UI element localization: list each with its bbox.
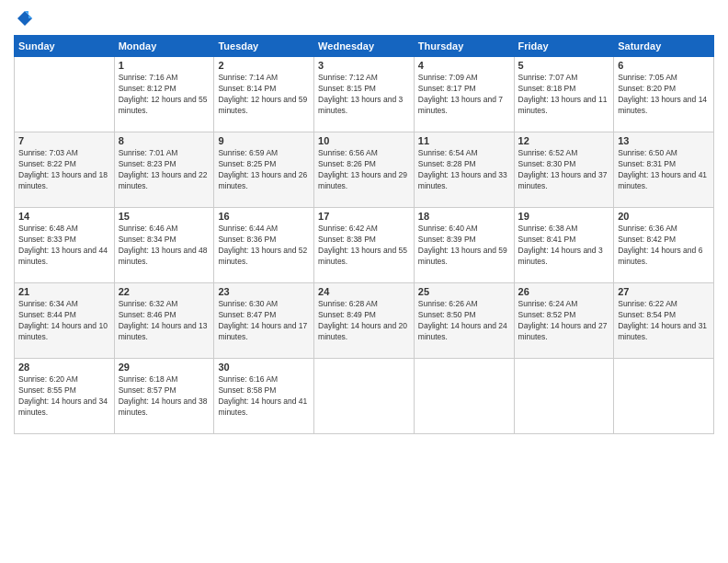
- week-row-1: 7Sunrise: 7:03 AMSunset: 8:22 PMDaylight…: [15, 132, 714, 208]
- calendar-cell: 19Sunrise: 6:38 AMSunset: 8:41 PMDayligh…: [514, 208, 614, 283]
- calendar-cell: 22Sunrise: 6:32 AMSunset: 8:46 PMDayligh…: [114, 283, 214, 359]
- day-info: Sunrise: 6:28 AMSunset: 8:49 PMDaylight:…: [318, 299, 407, 341]
- day-info: Sunrise: 6:24 AMSunset: 8:52 PMDaylight:…: [518, 299, 608, 341]
- calendar-cell: [614, 359, 714, 434]
- day-info: Sunrise: 6:38 AMSunset: 8:41 PMDaylight:…: [518, 224, 603, 266]
- day-info: Sunrise: 6:46 AMSunset: 8:34 PMDaylight:…: [119, 224, 208, 266]
- th-wednesday: Wednesday: [314, 36, 415, 57]
- calendar-cell: 6Sunrise: 7:05 AMSunset: 8:20 PMDaylight…: [614, 57, 714, 132]
- day-number: 15: [119, 211, 210, 222]
- day-number: 24: [318, 286, 410, 297]
- calendar-table: Sunday Monday Tuesday Wednesday Thursday…: [14, 35, 714, 434]
- day-number: 5: [518, 60, 610, 71]
- calendar-cell: 11Sunrise: 6:54 AMSunset: 8:28 PMDayligh…: [414, 132, 514, 208]
- day-number: 11: [418, 135, 510, 146]
- calendar-cell: 1Sunrise: 7:16 AMSunset: 8:12 PMDaylight…: [114, 57, 214, 132]
- week-row-0: 1Sunrise: 7:16 AMSunset: 8:12 PMDaylight…: [15, 57, 714, 132]
- day-number: 4: [418, 60, 510, 71]
- day-number: 22: [119, 286, 210, 297]
- day-info: Sunrise: 6:36 AMSunset: 8:42 PMDaylight:…: [618, 224, 702, 266]
- day-number: 1: [119, 60, 210, 71]
- calendar-cell: 4Sunrise: 7:09 AMSunset: 8:17 PMDaylight…: [414, 57, 514, 132]
- calendar-cell: 2Sunrise: 7:14 AMSunset: 8:14 PMDaylight…: [214, 57, 314, 132]
- week-row-3: 21Sunrise: 6:34 AMSunset: 8:44 PMDayligh…: [15, 283, 714, 359]
- day-info: Sunrise: 6:56 AMSunset: 8:26 PMDaylight:…: [318, 148, 407, 190]
- day-number: 6: [618, 60, 710, 71]
- day-info: Sunrise: 6:32 AMSunset: 8:46 PMDaylight:…: [119, 299, 208, 341]
- day-info: Sunrise: 7:01 AMSunset: 8:23 PMDaylight:…: [119, 148, 208, 190]
- calendar-cell: 17Sunrise: 6:42 AMSunset: 8:38 PMDayligh…: [314, 208, 415, 283]
- day-info: Sunrise: 6:50 AMSunset: 8:31 PMDaylight:…: [618, 148, 707, 190]
- calendar-cell: 13Sunrise: 6:50 AMSunset: 8:31 PMDayligh…: [614, 132, 714, 208]
- day-info: Sunrise: 6:44 AMSunset: 8:36 PMDaylight:…: [218, 224, 307, 266]
- th-thursday: Thursday: [414, 36, 514, 57]
- calendar-header: Sunday Monday Tuesday Wednesday Thursday…: [15, 36, 714, 57]
- day-info: Sunrise: 6:16 AMSunset: 8:58 PMDaylight:…: [218, 374, 307, 417]
- day-info: Sunrise: 6:48 AMSunset: 8:33 PMDaylight:…: [18, 224, 108, 266]
- day-number: 28: [18, 362, 110, 373]
- day-info: Sunrise: 6:34 AMSunset: 8:44 PMDaylight:…: [18, 299, 108, 341]
- day-number: 27: [618, 286, 710, 297]
- day-info: Sunrise: 7:07 AMSunset: 8:18 PMDaylight:…: [518, 73, 608, 115]
- calendar-cell: [314, 359, 415, 434]
- day-info: Sunrise: 6:59 AMSunset: 8:25 PMDaylight:…: [218, 148, 307, 190]
- calendar-cell: 16Sunrise: 6:44 AMSunset: 8:36 PMDayligh…: [214, 208, 314, 283]
- calendar-cell: [15, 57, 115, 132]
- day-number: 13: [618, 135, 710, 146]
- day-number: 23: [218, 286, 310, 297]
- th-tuesday: Tuesday: [214, 36, 314, 57]
- day-info: Sunrise: 6:52 AMSunset: 8:30 PMDaylight:…: [518, 148, 608, 190]
- calendar-cell: 26Sunrise: 6:24 AMSunset: 8:52 PMDayligh…: [514, 283, 614, 359]
- th-friday: Friday: [514, 36, 614, 57]
- header-row: Sunday Monday Tuesday Wednesday Thursday…: [15, 36, 714, 57]
- calendar-cell: 28Sunrise: 6:20 AMSunset: 8:55 PMDayligh…: [15, 359, 115, 434]
- day-number: 9: [218, 135, 310, 146]
- calendar-cell: 9Sunrise: 6:59 AMSunset: 8:25 PMDaylight…: [214, 132, 314, 208]
- day-info: Sunrise: 7:03 AMSunset: 8:22 PMDaylight:…: [18, 148, 108, 190]
- day-info: Sunrise: 6:20 AMSunset: 8:55 PMDaylight:…: [18, 374, 108, 417]
- day-info: Sunrise: 6:22 AMSunset: 8:54 PMDaylight:…: [618, 299, 707, 341]
- week-row-2: 14Sunrise: 6:48 AMSunset: 8:33 PMDayligh…: [15, 208, 714, 283]
- day-info: Sunrise: 6:54 AMSunset: 8:28 PMDaylight:…: [418, 148, 507, 190]
- day-number: 2: [218, 60, 310, 71]
- day-info: Sunrise: 7:16 AMSunset: 8:12 PMDaylight:…: [119, 73, 208, 115]
- calendar-cell: 12Sunrise: 6:52 AMSunset: 8:30 PMDayligh…: [514, 132, 614, 208]
- calendar-cell: 21Sunrise: 6:34 AMSunset: 8:44 PMDayligh…: [15, 283, 115, 359]
- day-number: 8: [119, 135, 210, 146]
- day-number: 7: [18, 135, 110, 146]
- day-info: Sunrise: 7:09 AMSunset: 8:17 PMDaylight:…: [418, 73, 503, 115]
- calendar-cell: 20Sunrise: 6:36 AMSunset: 8:42 PMDayligh…: [614, 208, 714, 283]
- page: Sunday Monday Tuesday Wednesday Thursday…: [0, 0, 728, 563]
- calendar-cell: 18Sunrise: 6:40 AMSunset: 8:39 PMDayligh…: [414, 208, 514, 283]
- day-number: 19: [518, 211, 610, 222]
- day-info: Sunrise: 7:05 AMSunset: 8:20 PMDaylight:…: [618, 73, 707, 115]
- day-number: 29: [119, 362, 210, 373]
- day-number: 17: [318, 211, 410, 222]
- calendar-cell: [514, 359, 614, 434]
- th-saturday: Saturday: [614, 36, 714, 57]
- day-number: 30: [218, 362, 310, 373]
- calendar-body: 1Sunrise: 7:16 AMSunset: 8:12 PMDaylight…: [15, 57, 714, 434]
- day-number: 20: [618, 211, 710, 222]
- day-info: Sunrise: 7:14 AMSunset: 8:14 PMDaylight:…: [218, 73, 307, 115]
- day-number: 14: [18, 211, 110, 222]
- calendar-cell: 5Sunrise: 7:07 AMSunset: 8:18 PMDaylight…: [514, 57, 614, 132]
- calendar-cell: 23Sunrise: 6:30 AMSunset: 8:47 PMDayligh…: [214, 283, 314, 359]
- logo: [14, 9, 34, 28]
- day-number: 18: [418, 211, 510, 222]
- calendar-cell: 29Sunrise: 6:18 AMSunset: 8:57 PMDayligh…: [114, 359, 214, 434]
- day-number: 12: [518, 135, 610, 146]
- calendar-cell: 8Sunrise: 7:01 AMSunset: 8:23 PMDaylight…: [114, 132, 214, 208]
- header: [14, 9, 714, 28]
- calendar-cell: 30Sunrise: 6:16 AMSunset: 8:58 PMDayligh…: [214, 359, 314, 434]
- calendar-cell: 15Sunrise: 6:46 AMSunset: 8:34 PMDayligh…: [114, 208, 214, 283]
- day-info: Sunrise: 7:12 AMSunset: 8:15 PMDaylight:…: [318, 73, 403, 115]
- calendar-cell: 3Sunrise: 7:12 AMSunset: 8:15 PMDaylight…: [314, 57, 415, 132]
- th-sunday: Sunday: [15, 36, 115, 57]
- day-info: Sunrise: 6:40 AMSunset: 8:39 PMDaylight:…: [418, 224, 507, 266]
- day-number: 10: [318, 135, 410, 146]
- day-info: Sunrise: 6:30 AMSunset: 8:47 PMDaylight:…: [218, 299, 307, 341]
- day-number: 25: [418, 286, 510, 297]
- day-number: 3: [318, 60, 410, 71]
- logo-icon: [16, 9, 34, 28]
